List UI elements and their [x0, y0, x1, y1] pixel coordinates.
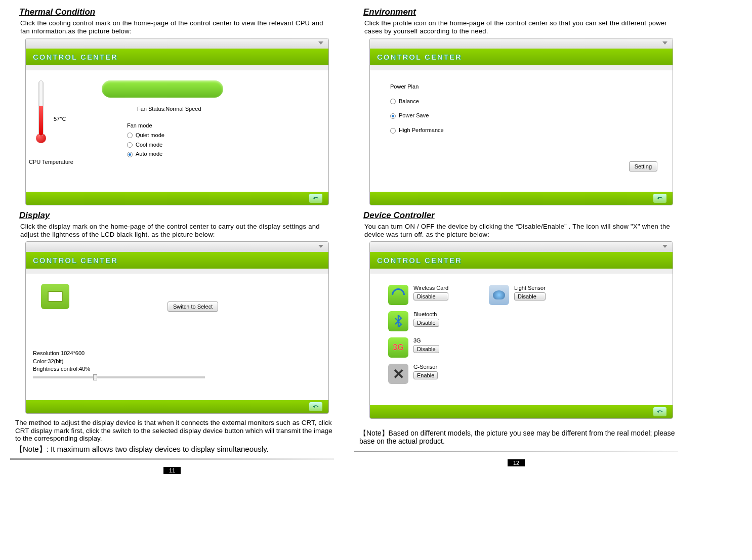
page-12: Environment Click the profile icon on th… — [354, 5, 678, 474]
window-titlebar — [26, 38, 328, 49]
bluetooth-icon — [388, 311, 408, 331]
radio-high-perf[interactable] — [390, 128, 396, 134]
radio-quiet[interactable] — [127, 133, 133, 138]
environment-title: Environment — [363, 7, 678, 17]
bluetooth-toggle-button[interactable]: Disable — [413, 319, 439, 327]
fan-mode-label: Fan mode — [127, 121, 164, 131]
dropdown-icon[interactable] — [318, 245, 323, 248]
brightness-slider[interactable] — [33, 376, 205, 378]
dropdown-icon[interactable] — [318, 41, 323, 45]
back-button[interactable] — [309, 402, 322, 411]
display-window: CONTROL CENTER Switch to Select Resoluti… — [25, 241, 329, 414]
bluetooth-label: Bluetooth — [413, 311, 439, 317]
brightness-label: Brightness control:40% — [33, 365, 205, 373]
wireless-label: Wireless Card — [413, 285, 448, 291]
back-button[interactable] — [653, 407, 666, 416]
gsensor-icon — [388, 364, 408, 384]
radio-power-save[interactable] — [390, 113, 396, 119]
laptop-icon[interactable] — [41, 284, 69, 309]
fan-mode-group: Fan mode Quiet mode Cool mode Auto mode — [127, 121, 164, 159]
color-label: Color:32(bit) — [33, 358, 205, 365]
control-center-banner: CONTROL CENTER — [26, 49, 328, 65]
page-11: Thermal Condition Click the cooling cont… — [10, 5, 334, 474]
light-sensor-icon — [489, 285, 509, 305]
thermal-desc: Click the cooling control mark on the ho… — [20, 19, 334, 35]
display-title: Display — [19, 210, 334, 221]
back-button[interactable] — [653, 194, 666, 203]
power-plan-label: Power Plan — [390, 79, 444, 94]
radio-auto[interactable] — [127, 152, 133, 157]
display-method-text: The method to adjust the display device … — [15, 419, 334, 443]
dropdown-icon[interactable] — [662, 41, 667, 45]
environment-window: CONTROL CENTER Power Plan Balance Power … — [369, 38, 673, 205]
window-titlebar — [370, 242, 673, 252]
thermal-title: Thermal Condition — [19, 7, 334, 17]
device-controller-desc: You can turn ON / OFF the device by clic… — [364, 223, 678, 238]
gsensor-label: G-Sensor — [413, 364, 438, 370]
window-titlebar — [370, 38, 673, 49]
3g-toggle-button[interactable]: Disable — [413, 345, 439, 353]
device-note: 【Note】Based on different models, the pic… — [359, 429, 678, 445]
thermometer-icon — [36, 80, 46, 143]
radio-cool[interactable] — [127, 142, 133, 148]
cpu-temp-label: CPU Temperature — [29, 159, 73, 165]
page-number: 12 — [508, 459, 525, 466]
3g-label: 3G — [413, 337, 439, 343]
gsensor-toggle-button[interactable]: Enable — [413, 371, 438, 379]
fan-graphic — [102, 80, 223, 98]
control-center-banner: CONTROL CENTER — [370, 252, 673, 269]
device-controller-title: Device Controller — [363, 210, 678, 221]
environment-desc: Click the profile icon on the home-page … — [364, 19, 678, 35]
page-number: 11 — [163, 467, 181, 474]
switch-to-select-button[interactable]: Switch to Select — [168, 301, 218, 312]
3g-icon: 3G — [388, 337, 408, 358]
control-center-banner: CONTROL CENTER — [26, 252, 328, 269]
thermal-window: CONTROL CENTER 57℃ CPU Temperature Fan S… — [25, 38, 329, 205]
radio-balance[interactable] — [390, 99, 396, 104]
device-window: CONTROL CENTER Wireless Card Disable — [369, 241, 673, 419]
back-button[interactable] — [309, 194, 322, 203]
dropdown-icon[interactable] — [662, 245, 667, 248]
wireless-toggle-button[interactable]: Disable — [413, 292, 448, 300]
wireless-icon — [388, 285, 408, 305]
setting-button[interactable]: Setting — [629, 161, 657, 171]
light-sensor-label: Light Sensor — [514, 285, 546, 291]
fan-status-label: Fan Status:Normal Speed — [137, 106, 201, 112]
resolution-label: Resolution:1024*600 — [33, 350, 205, 357]
display-note: 【Note】: It maximum allows two display de… — [15, 445, 334, 453]
temp-value: 57℃ — [54, 116, 66, 122]
control-center-banner: CONTROL CENTER — [370, 49, 673, 65]
display-desc: Click the display mark on the home-page … — [20, 223, 334, 238]
light-sensor-toggle-button[interactable]: Disable — [514, 292, 546, 300]
power-plan-group: Power Plan Balance Power Save High Perfo… — [390, 79, 444, 137]
window-titlebar — [26, 242, 328, 252]
